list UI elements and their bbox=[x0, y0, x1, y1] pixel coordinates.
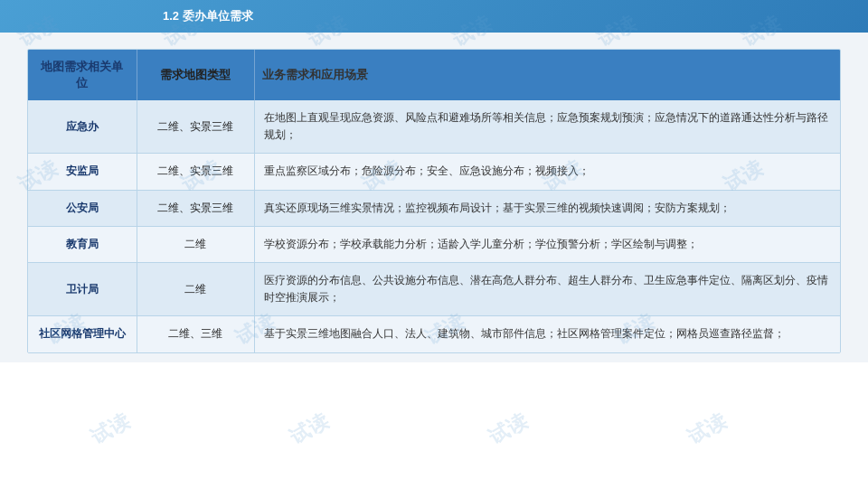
cell-desc: 医疗资源的分布信息、公共设施分布信息、潜在高危人群分布、超生人群分布、卫生应急事… bbox=[254, 262, 840, 315]
cell-desc: 基于实景三维地图融合人口、法人、建筑物、城市部件信息；社区网格管理案件定位；网格… bbox=[254, 316, 840, 352]
main-content-area: 地图需求相关单位 需求地图类型 业务需求和应用场景 应急办二维、实景三维在地图上… bbox=[0, 33, 868, 362]
cell-type: 二维、实景三维 bbox=[137, 100, 254, 154]
cell-desc: 在地图上直观呈现应急资源、风险点和避难场所等相关信息；应急预案规划预演；应急情况… bbox=[254, 100, 840, 154]
cell-type: 二维 bbox=[137, 262, 254, 315]
cell-type: 二维 bbox=[137, 226, 254, 262]
table-header: 地图需求相关单位 需求地图类型 业务需求和应用场景 bbox=[28, 50, 840, 100]
cell-desc: 重点监察区域分布；危险源分布；安全、应急设施分布；视频接入； bbox=[254, 154, 840, 190]
table-row: 安监局二维、实景三维重点监察区域分布；危险源分布；安全、应急设施分布；视频接入； bbox=[28, 154, 840, 190]
col-header-desc: 业务需求和应用场景 bbox=[254, 50, 840, 100]
col-header-unit: 地图需求相关单位 bbox=[28, 50, 137, 100]
cell-unit: 卫计局 bbox=[28, 262, 137, 315]
requirements-table-wrapper: 地图需求相关单位 需求地图类型 业务需求和应用场景 应急办二维、实景三维在地图上… bbox=[27, 49, 841, 353]
col-header-type: 需求地图类型 bbox=[137, 50, 254, 100]
table-row: 卫计局二维医疗资源的分布信息、公共设施分布信息、潜在高危人群分布、超生人群分布、… bbox=[28, 262, 840, 315]
header-bar: 1.2 委办单位需求 bbox=[0, 0, 868, 33]
cell-desc: 真实还原现场三维实景情况；监控视频布局设计；基于实景三维的视频快速调阅；安防方案… bbox=[254, 190, 840, 226]
table-row: 公安局二维、实景三维真实还原现场三维实景情况；监控视频布局设计；基于实景三维的视… bbox=[28, 190, 840, 226]
cell-unit: 教育局 bbox=[28, 226, 137, 262]
page-content: 地图需求相关单位 需求地图类型 业务需求和应用场景 应急办二维、实景三维在地图上… bbox=[0, 33, 868, 488]
cell-unit: 应急办 bbox=[28, 100, 137, 154]
table-row: 应急办二维、实景三维在地图上直观呈现应急资源、风险点和避难场所等相关信息；应急预… bbox=[28, 100, 840, 154]
table-body: 应急办二维、实景三维在地图上直观呈现应急资源、风险点和避难场所等相关信息；应急预… bbox=[28, 100, 840, 352]
cell-unit: 安监局 bbox=[28, 154, 137, 190]
header-row: 地图需求相关单位 需求地图类型 业务需求和应用场景 bbox=[28, 50, 840, 100]
section-title: 1.2 委办单位需求 bbox=[163, 8, 253, 24]
table-row: 教育局二维学校资源分布；学校承载能力分析；适龄入学儿童分析；学位预警分析；学区绘… bbox=[28, 226, 840, 262]
cell-type: 二维、三维 bbox=[137, 316, 254, 352]
cell-unit: 社区网格管理中心 bbox=[28, 316, 137, 352]
cell-type: 二维、实景三维 bbox=[137, 190, 254, 226]
cell-unit: 公安局 bbox=[28, 190, 137, 226]
table-row: 社区网格管理中心二维、三维基于实景三维地图融合人口、法人、建筑物、城市部件信息；… bbox=[28, 316, 840, 352]
requirements-table: 地图需求相关单位 需求地图类型 业务需求和应用场景 应急办二维、实景三维在地图上… bbox=[28, 50, 840, 352]
cell-desc: 学校资源分布；学校承载能力分析；适龄入学儿童分析；学位预警分析；学区绘制与调整； bbox=[254, 226, 840, 262]
cell-type: 二维、实景三维 bbox=[137, 154, 254, 190]
